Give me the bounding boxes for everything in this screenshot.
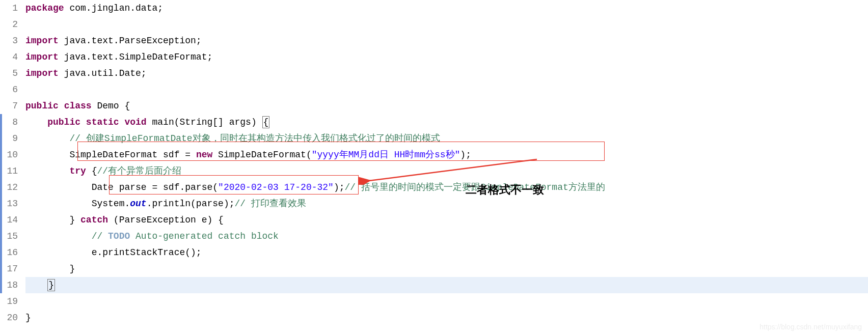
code-line[interactable]: } — [25, 310, 868, 326]
indent — [25, 199, 92, 209]
code-text: com.jinglan.data; — [64, 3, 163, 13]
code-text: java.text.ParseException; — [59, 36, 202, 46]
line-number: 19 — [0, 293, 18, 310]
code-text: java.text.SimpleDateFormat; — [59, 52, 212, 62]
indent — [25, 166, 69, 176]
todo-tag: TODO — [108, 231, 130, 241]
code-text: } — [69, 215, 80, 225]
keyword: void — [124, 117, 146, 127]
line-number: 15 — [0, 228, 18, 244]
indent — [25, 182, 92, 192]
annotation-label: 二者格式不一致 — [466, 182, 544, 198]
code-area[interactable]: package com.jinglan.data; import java.te… — [22, 0, 868, 335]
code-line[interactable]: SimpleDateFormat sdf = new SimpleDateFor… — [25, 147, 868, 163]
indent — [25, 280, 47, 290]
code-text: } — [25, 313, 31, 323]
indent — [25, 133, 69, 144]
code-line[interactable]: import java.text.ParseException; — [25, 33, 868, 49]
code-line[interactable]: Date parse = sdf.parse("2020-02-03 17-20… — [25, 179, 868, 196]
indent — [25, 150, 69, 160]
line-number: 18 — [0, 277, 18, 293]
indent — [25, 215, 69, 225]
line-number: 1 — [0, 0, 18, 16]
keyword: import — [25, 52, 59, 62]
indent — [25, 247, 92, 258]
code-text: Demo { — [92, 101, 130, 111]
indent — [25, 117, 47, 127]
code-text: ); — [460, 150, 471, 160]
matched-brace: } — [47, 279, 55, 291]
line-number: 14 — [0, 212, 18, 228]
indent — [25, 231, 92, 241]
keyword: public — [25, 101, 59, 111]
static-field: out — [130, 199, 146, 209]
code-text: .println(parse); — [147, 199, 235, 209]
line-number: 8 — [0, 114, 18, 130]
matched-brace: { — [262, 116, 270, 128]
keyword: import — [25, 36, 59, 46]
line-number-gutter: 1 2 3 4 5 6 7 8 9 10 11 12 13 14 15 16 1… — [0, 0, 22, 335]
code-line[interactable] — [25, 293, 868, 310]
comment: // — [92, 231, 108, 241]
watermark: https://blog.csdn.net/muyuxifang — [760, 323, 862, 331]
line-number: 9 — [0, 130, 18, 147]
line-number: 17 — [0, 261, 18, 277]
space — [119, 117, 125, 127]
code-text: { — [86, 166, 97, 176]
code-text: } — [69, 264, 75, 274]
keyword: package — [25, 3, 64, 13]
code-text: e.printStackTrace(); — [92, 247, 202, 258]
line-number: 7 — [0, 98, 18, 114]
line-number: 2 — [0, 16, 18, 33]
code-line[interactable] — [25, 16, 868, 33]
code-line[interactable]: } — [25, 261, 868, 277]
code-text: ); — [334, 182, 345, 192]
code-line[interactable]: import java.util.Date; — [25, 65, 868, 81]
code-text: SimpleDateFormat( — [212, 150, 311, 160]
code-line[interactable]: } catch (ParseException e) { — [25, 212, 868, 228]
code-editor: 1 2 3 4 5 6 7 8 9 10 11 12 13 14 15 16 1… — [0, 0, 868, 335]
code-text: main(String[] args) — [147, 117, 262, 127]
code-line[interactable]: package com.jinglan.data; — [25, 0, 868, 16]
keyword: new — [196, 150, 212, 160]
keyword: public — [47, 117, 80, 127]
string-literal: "2020-02-03 17-20-32" — [218, 182, 334, 192]
code-line[interactable]: System.out.println(parse);// 打印查看效果 — [25, 196, 868, 212]
line-number: 10 — [0, 147, 18, 163]
code-line[interactable]: // TODO Auto-generated catch block — [25, 228, 868, 244]
line-number: 16 — [0, 244, 18, 261]
code-text: SimpleDateFormat sdf = — [69, 150, 196, 160]
line-number: 5 — [0, 65, 18, 81]
code-text — [59, 101, 64, 111]
code-text: java.util.Date; — [59, 68, 147, 78]
code-line[interactable]: e.printStackTrace(); — [25, 244, 868, 261]
comment: // 打印查看效果 — [234, 199, 306, 209]
keyword: class — [64, 101, 92, 111]
indent — [25, 264, 69, 274]
code-line[interactable]: public static void main(String[] args) { — [25, 114, 868, 130]
space — [80, 117, 86, 127]
line-number: 3 — [0, 33, 18, 49]
code-line[interactable]: // 创建SimpleFormatDate对象，同时在其构造方法中传入我们格式化… — [25, 130, 868, 147]
line-number: 13 — [0, 196, 18, 212]
line-number: 6 — [0, 81, 18, 98]
comment: Auto-generated catch block — [130, 231, 279, 241]
keyword: catch — [80, 215, 108, 225]
code-line[interactable]: import java.text.SimpleDateFormat; — [25, 49, 868, 65]
code-text: Date parse = sdf.parse( — [92, 182, 218, 192]
line-number: 11 — [0, 163, 18, 179]
code-line[interactable]: public class Demo { — [25, 98, 868, 114]
code-line[interactable] — [25, 81, 868, 98]
line-number: 20 — [0, 310, 18, 326]
code-text: (ParseException e) { — [108, 215, 224, 225]
keyword: try — [69, 166, 86, 176]
string-literal: "yyyy年MM月dd日 HH时mm分ss秒" — [312, 150, 460, 160]
line-number: 12 — [0, 179, 18, 196]
keyword: static — [86, 117, 119, 127]
code-line[interactable]: } — [25, 277, 868, 293]
code-line[interactable]: try {//有个异常后面介绍 — [25, 163, 868, 179]
comment: // 创建SimpleFormatDate对象，同时在其构造方法中传入我们格式化… — [69, 133, 440, 144]
line-number: 4 — [0, 49, 18, 65]
comment: //有个异常后面介绍 — [97, 166, 181, 176]
keyword: import — [25, 68, 59, 78]
